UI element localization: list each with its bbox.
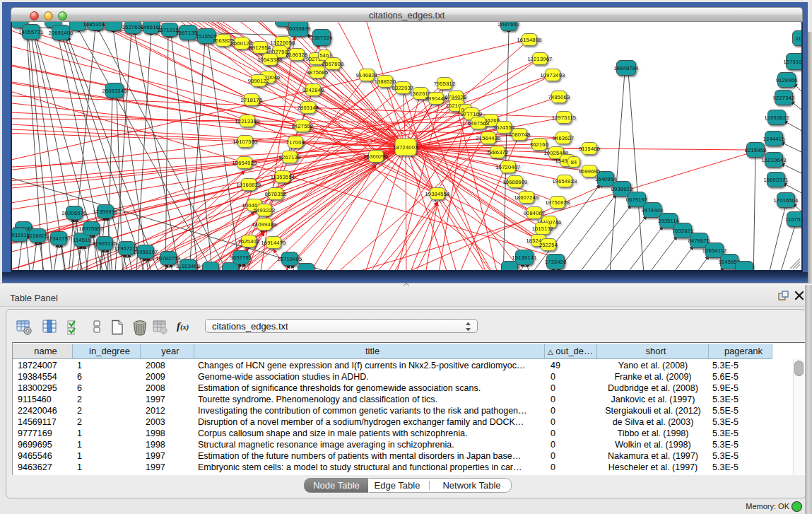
svg-text:25300295: 25300295 (364, 153, 389, 160)
svg-text:26053346: 26053346 (102, 88, 127, 94)
svg-text:12905135: 12905135 (93, 240, 117, 247)
svg-text:16648784: 16648784 (614, 65, 639, 71)
svg-text:16033809: 16033809 (286, 25, 311, 32)
svg-text:20206576: 20206576 (62, 210, 87, 216)
svg-text:1733426: 1733426 (545, 259, 567, 265)
svg-text:717006: 717006 (286, 139, 305, 146)
svg-text:1112: 1112 (796, 35, 801, 42)
svg-text:7625402: 7625402 (238, 238, 260, 245)
svg-text:20691406: 20691406 (49, 30, 73, 36)
svg-text:1244415: 1244415 (763, 136, 785, 142)
svg-text:21564436: 21564436 (476, 135, 501, 141)
svg-text:16154808: 16154808 (517, 37, 542, 43)
svg-text:16782759: 16782759 (156, 255, 181, 262)
svg-text:6497568: 6497568 (468, 120, 490, 127)
svg-text:14055721: 14055721 (19, 29, 44, 35)
svg-text:1080748: 1080748 (509, 132, 531, 138)
svg-text:16914479: 16914479 (261, 240, 286, 246)
svg-text:9242848: 9242848 (302, 87, 324, 93)
svg-text:10654112: 10654112 (702, 247, 726, 254)
svg-text:18607249: 18607249 (514, 194, 539, 201)
svg-text:8990448: 8990448 (425, 95, 447, 102)
svg-text:19756928: 19756928 (546, 199, 570, 206)
svg-text:12975115: 12975115 (552, 115, 576, 121)
svg-text:10688609: 10688609 (503, 179, 528, 185)
svg-text:6679197: 6679197 (626, 197, 648, 203)
svg-text:1167533: 1167533 (785, 216, 801, 223)
svg-text:8427552: 8427552 (292, 123, 314, 129)
svg-text:7886372: 7886372 (487, 149, 509, 156)
svg-text:9777169: 9777169 (461, 111, 483, 117)
svg-text:18724007: 18724007 (394, 144, 418, 151)
svg-text:19384554: 19384554 (425, 191, 450, 197)
svg-text:9084067: 9084067 (524, 210, 546, 216)
svg-text:7632621: 7632621 (672, 228, 694, 234)
svg-text:9657791: 9657791 (230, 255, 252, 261)
svg-text:12213967: 12213967 (528, 56, 553, 62)
svg-text:3624554: 3624554 (493, 124, 515, 131)
svg-text:10853287: 10853287 (83, 22, 108, 28)
svg-text:8186328: 8186328 (286, 52, 308, 58)
svg-text:8678352: 8678352 (265, 191, 287, 197)
svg-text:7485063: 7485063 (548, 94, 570, 100)
svg-text:15692971: 15692971 (764, 177, 789, 183)
svg-text:9699695: 9699695 (579, 168, 601, 175)
svg-text:12093822: 12093822 (765, 115, 789, 121)
svg-text:10543382: 10543382 (258, 57, 283, 63)
svg-text:1640954: 1640954 (595, 176, 617, 182)
svg-text:19654923: 19654923 (553, 178, 577, 185)
svg-text:1388520: 1388520 (375, 78, 396, 85)
svg-text:9129966: 9129966 (776, 77, 798, 83)
svg-text:10973493: 10973493 (541, 72, 565, 78)
svg-text:10958107: 10958107 (134, 249, 158, 255)
svg-text:8938923: 8938923 (611, 186, 633, 192)
svg-text:546: 546 (319, 52, 329, 59)
svg-text:8215958: 8215958 (745, 147, 767, 153)
svg-text:252254: 252254 (539, 242, 558, 248)
svg-text:9115460: 9115460 (579, 146, 600, 152)
svg-text:362160: 362160 (530, 141, 548, 148)
svg-text:7357224: 7357224 (311, 35, 333, 41)
svg-text:10107553: 10107553 (233, 139, 258, 145)
svg-text:13226058: 13226058 (271, 40, 295, 46)
svg-text:19654923: 19654923 (233, 160, 257, 166)
svg-text:15751074: 15751074 (784, 59, 802, 65)
svg-text:11923468: 11923468 (176, 263, 200, 269)
svg-text:2935114: 2935114 (658, 218, 679, 224)
svg-text:2867608: 2867608 (322, 61, 344, 67)
svg-text:15136141: 15136141 (512, 255, 537, 261)
svg-text:9474444: 9474444 (642, 207, 664, 214)
svg-text:84: 84 (571, 159, 577, 165)
svg-text:9227342: 9227342 (773, 95, 795, 101)
svg-text:9146821: 9146821 (356, 72, 378, 78)
svg-text:12342757: 12342757 (47, 235, 71, 242)
svg-text:14099489: 14099489 (252, 221, 277, 228)
svg-text:2803144: 2803144 (298, 105, 319, 111)
svg-text:17359938: 17359938 (93, 209, 118, 215)
svg-text:8912954: 8912954 (249, 45, 271, 51)
svg-text:1615132: 1615132 (532, 226, 554, 232)
svg-text:3875685: 3875685 (307, 69, 329, 76)
svg-text:15716485: 15716485 (278, 256, 302, 262)
svg-text:2718176: 2718176 (241, 97, 263, 103)
svg-text:9890122: 9890122 (248, 78, 270, 84)
svg-text:12213383: 12213383 (235, 118, 260, 124)
svg-text:9463627: 9463627 (553, 135, 575, 141)
svg-text:17016504: 17016504 (774, 197, 799, 204)
svg-text:19166825: 19166825 (237, 182, 261, 188)
svg-text:5493222: 5493222 (254, 207, 276, 214)
svg-text:8267130: 8267130 (279, 154, 301, 160)
svg-text:15720407: 15720407 (496, 164, 521, 170)
svg-text:114519: 114519 (73, 237, 91, 243)
svg-text:1156829: 1156829 (27, 233, 48, 239)
svg-text:11353554: 11353554 (271, 174, 295, 180)
svg-text:16210643: 16210643 (762, 157, 787, 163)
svg-text:2087662: 2087662 (498, 22, 520, 28)
svg-text:8478676: 8478676 (688, 238, 710, 244)
svg-text:7955812: 7955812 (434, 81, 456, 87)
svg-text:10975867: 10975867 (79, 226, 104, 232)
